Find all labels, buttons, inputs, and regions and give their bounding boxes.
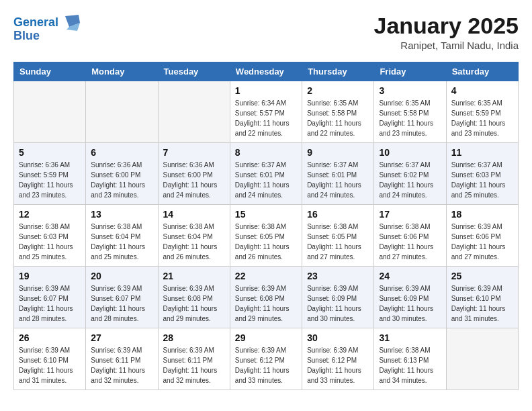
day-number-9: 9 bbox=[307, 147, 369, 158]
day-info-30: Sunrise: 6:39 AMSunset: 6:12 PMDaylight:… bbox=[307, 345, 369, 385]
day-number-15: 15 bbox=[235, 209, 297, 220]
calendar-cell-w0-d6: 4Sunrise: 6:35 AMSunset: 5:59 PMDaylight… bbox=[446, 81, 518, 143]
day-info-9: Sunrise: 6:37 AMSunset: 6:01 PMDaylight:… bbox=[307, 160, 369, 200]
col-wednesday: Wednesday bbox=[230, 62, 302, 81]
day-number-13: 13 bbox=[91, 209, 152, 220]
day-number-12: 12 bbox=[19, 209, 81, 220]
day-info-21: Sunrise: 6:39 AMSunset: 6:08 PMDaylight:… bbox=[163, 283, 225, 324]
col-saturday: Saturday bbox=[446, 62, 518, 81]
calendar-cell-w0-d1 bbox=[86, 81, 158, 143]
calendar-cell-w4-d4: 30Sunrise: 6:39 AMSunset: 6:12 PMDayligh… bbox=[302, 328, 374, 390]
day-info-28: Sunrise: 6:39 AMSunset: 6:11 PMDaylight:… bbox=[163, 345, 225, 385]
calendar-cell-w2-d0: 12Sunrise: 6:38 AMSunset: 6:03 PMDayligh… bbox=[14, 205, 86, 267]
col-thursday: Thursday bbox=[302, 62, 374, 81]
week-row-1: 5Sunrise: 6:36 AMSunset: 5:59 PMDaylight… bbox=[14, 143, 519, 205]
day-info-18: Sunrise: 6:39 AMSunset: 6:06 PMDaylight:… bbox=[451, 222, 513, 262]
day-info-5: Sunrise: 6:36 AMSunset: 5:59 PMDaylight:… bbox=[19, 160, 81, 200]
day-number-4: 4 bbox=[451, 85, 513, 96]
calendar-cell-w2-d1: 13Sunrise: 6:38 AMSunset: 6:04 PMDayligh… bbox=[86, 205, 158, 267]
day-info-29: Sunrise: 6:39 AMSunset: 6:12 PMDaylight:… bbox=[235, 345, 297, 385]
logo-icon bbox=[60, 13, 81, 32]
page: General Blue January 2025 Ranipet, Tamil… bbox=[0, 0, 532, 397]
day-number-22: 22 bbox=[235, 271, 297, 281]
day-info-25: Sunrise: 6:39 AMSunset: 6:10 PMDaylight:… bbox=[451, 283, 513, 324]
day-info-27: Sunrise: 6:39 AMSunset: 6:11 PMDaylight:… bbox=[91, 345, 152, 385]
calendar-cell-w0-d2 bbox=[158, 81, 230, 143]
calendar-cell-w0-d3: 1Sunrise: 6:34 AMSunset: 5:57 PMDaylight… bbox=[230, 81, 302, 143]
calendar-cell-w3-d2: 21Sunrise: 6:39 AMSunset: 6:08 PMDayligh… bbox=[158, 267, 230, 328]
col-sunday: Sunday bbox=[14, 62, 86, 81]
day-number-23: 23 bbox=[307, 271, 369, 281]
calendar-cell-w3-d1: 20Sunrise: 6:39 AMSunset: 6:07 PMDayligh… bbox=[86, 267, 158, 328]
day-info-6: Sunrise: 6:36 AMSunset: 6:00 PMDaylight:… bbox=[91, 160, 152, 200]
day-number-2: 2 bbox=[307, 85, 369, 96]
week-row-0: 1Sunrise: 6:34 AMSunset: 5:57 PMDaylight… bbox=[14, 81, 519, 143]
day-number-10: 10 bbox=[379, 147, 441, 158]
col-tuesday: Tuesday bbox=[158, 62, 230, 81]
calendar-cell-w1-d1: 6Sunrise: 6:36 AMSunset: 6:00 PMDaylight… bbox=[86, 143, 158, 205]
day-number-16: 16 bbox=[307, 209, 369, 220]
day-number-29: 29 bbox=[235, 332, 297, 343]
day-number-18: 18 bbox=[451, 209, 513, 220]
week-row-2: 12Sunrise: 6:38 AMSunset: 6:03 PMDayligh… bbox=[14, 205, 519, 267]
calendar-cell-w2-d4: 16Sunrise: 6:38 AMSunset: 6:05 PMDayligh… bbox=[302, 205, 374, 267]
calendar-cell-w1-d2: 7Sunrise: 6:36 AMSunset: 6:00 PMDaylight… bbox=[158, 143, 230, 205]
day-info-20: Sunrise: 6:39 AMSunset: 6:07 PMDaylight:… bbox=[91, 283, 152, 324]
day-number-7: 7 bbox=[163, 147, 225, 158]
day-info-17: Sunrise: 6:38 AMSunset: 6:06 PMDaylight:… bbox=[379, 222, 441, 262]
month-title: January 2025 bbox=[374, 13, 519, 38]
day-info-8: Sunrise: 6:37 AMSunset: 6:01 PMDaylight:… bbox=[235, 160, 297, 200]
week-row-3: 19Sunrise: 6:39 AMSunset: 6:07 PMDayligh… bbox=[14, 267, 519, 328]
day-number-28: 28 bbox=[163, 332, 225, 343]
calendar-cell-w1-d3: 8Sunrise: 6:37 AMSunset: 6:01 PMDaylight… bbox=[230, 143, 302, 205]
col-friday: Friday bbox=[374, 62, 446, 81]
calendar-cell-w4-d1: 27Sunrise: 6:39 AMSunset: 6:11 PMDayligh… bbox=[86, 328, 158, 390]
calendar-cell-w2-d6: 18Sunrise: 6:39 AMSunset: 6:06 PMDayligh… bbox=[446, 205, 518, 267]
day-number-11: 11 bbox=[451, 147, 513, 158]
calendar-header-row: Sunday Monday Tuesday Wednesday Thursday… bbox=[14, 62, 519, 81]
day-info-16: Sunrise: 6:38 AMSunset: 6:05 PMDaylight:… bbox=[307, 222, 369, 262]
day-number-5: 5 bbox=[19, 147, 81, 158]
day-number-14: 14 bbox=[163, 209, 225, 220]
day-number-17: 17 bbox=[379, 209, 441, 220]
calendar-cell-w4-d3: 29Sunrise: 6:39 AMSunset: 6:12 PMDayligh… bbox=[230, 328, 302, 390]
day-number-26: 26 bbox=[19, 332, 81, 343]
title-block: January 2025 Ranipet, Tamil Nadu, India bbox=[374, 13, 519, 51]
day-number-20: 20 bbox=[91, 271, 152, 281]
calendar-cell-w2-d3: 15Sunrise: 6:38 AMSunset: 6:05 PMDayligh… bbox=[230, 205, 302, 267]
day-info-14: Sunrise: 6:38 AMSunset: 6:04 PMDaylight:… bbox=[163, 222, 225, 262]
day-info-13: Sunrise: 6:38 AMSunset: 6:04 PMDaylight:… bbox=[91, 222, 152, 262]
calendar-cell-w1-d5: 10Sunrise: 6:37 AMSunset: 6:02 PMDayligh… bbox=[374, 143, 446, 205]
calendar-cell-w3-d6: 25Sunrise: 6:39 AMSunset: 6:10 PMDayligh… bbox=[446, 267, 518, 328]
day-number-31: 31 bbox=[379, 332, 441, 343]
day-number-30: 30 bbox=[307, 332, 369, 343]
calendar-cell-w0-d4: 2Sunrise: 6:35 AMSunset: 5:58 PMDaylight… bbox=[302, 81, 374, 143]
calendar-cell-w2-d2: 14Sunrise: 6:38 AMSunset: 6:04 PMDayligh… bbox=[158, 205, 230, 267]
day-info-3: Sunrise: 6:35 AMSunset: 5:58 PMDaylight:… bbox=[379, 98, 441, 138]
day-info-7: Sunrise: 6:36 AMSunset: 6:00 PMDaylight:… bbox=[163, 160, 225, 200]
day-number-6: 6 bbox=[91, 147, 152, 158]
day-info-15: Sunrise: 6:38 AMSunset: 6:05 PMDaylight:… bbox=[235, 222, 297, 262]
calendar-cell-w2-d5: 17Sunrise: 6:38 AMSunset: 6:06 PMDayligh… bbox=[374, 205, 446, 267]
day-info-1: Sunrise: 6:34 AMSunset: 5:57 PMDaylight:… bbox=[235, 98, 297, 138]
day-info-31: Sunrise: 6:38 AMSunset: 6:13 PMDaylight:… bbox=[379, 345, 441, 385]
day-info-23: Sunrise: 6:39 AMSunset: 6:09 PMDaylight:… bbox=[307, 283, 369, 324]
day-info-11: Sunrise: 6:37 AMSunset: 6:03 PMDaylight:… bbox=[451, 160, 513, 200]
day-number-27: 27 bbox=[91, 332, 152, 343]
calendar-cell-w4-d2: 28Sunrise: 6:39 AMSunset: 6:11 PMDayligh… bbox=[158, 328, 230, 390]
calendar-cell-w3-d5: 24Sunrise: 6:39 AMSunset: 6:09 PMDayligh… bbox=[374, 267, 446, 328]
calendar-cell-w0-d5: 3Sunrise: 6:35 AMSunset: 5:58 PMDaylight… bbox=[374, 81, 446, 143]
logo-text: General bbox=[13, 16, 58, 30]
calendar-cell-w0-d0 bbox=[14, 81, 86, 143]
calendar-cell-w3-d3: 22Sunrise: 6:39 AMSunset: 6:08 PMDayligh… bbox=[230, 267, 302, 328]
calendar-cell-w4-d5: 31Sunrise: 6:38 AMSunset: 6:13 PMDayligh… bbox=[374, 328, 446, 390]
day-number-25: 25 bbox=[451, 271, 513, 281]
calendar-cell-w1-d6: 11Sunrise: 6:37 AMSunset: 6:03 PMDayligh… bbox=[446, 143, 518, 205]
day-number-21: 21 bbox=[163, 271, 225, 281]
day-info-4: Sunrise: 6:35 AMSunset: 5:59 PMDaylight:… bbox=[451, 98, 513, 138]
calendar-cell-w3-d0: 19Sunrise: 6:39 AMSunset: 6:07 PMDayligh… bbox=[14, 267, 86, 328]
day-info-12: Sunrise: 6:38 AMSunset: 6:03 PMDaylight:… bbox=[19, 222, 81, 262]
calendar-cell-w1-d0: 5Sunrise: 6:36 AMSunset: 5:59 PMDaylight… bbox=[14, 143, 86, 205]
day-number-1: 1 bbox=[235, 85, 297, 96]
day-number-8: 8 bbox=[235, 147, 297, 158]
